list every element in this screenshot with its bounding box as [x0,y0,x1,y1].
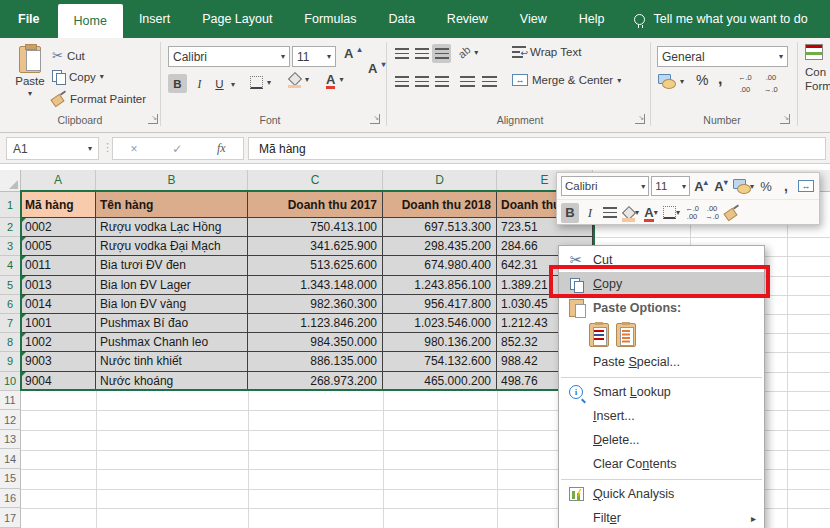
copy-button[interactable]: Copy ▾ [52,70,104,83]
row-header-14[interactable]: 14 [0,449,21,469]
cell[interactable]: 697.513.300 [383,218,497,237]
row-header-16[interactable]: 16 [0,489,21,509]
mini-align-button[interactable] [601,203,619,223]
menu-item-insert[interactable]: Insert... [559,404,764,428]
cell[interactable]: 982.360.300 [248,295,383,314]
enter-icon[interactable]: ✓ [172,142,182,156]
mini-merge-center-button[interactable]: ↔ [797,176,815,196]
column-header-D[interactable]: D [383,170,497,192]
cell[interactable]: 980.136.200 [383,333,497,352]
mini-font-color-button[interactable]: A▾ [642,203,660,223]
middle-align-button[interactable] [412,44,431,63]
row-header-13[interactable]: 13 [0,430,21,450]
paste-values-icon[interactable] [616,323,636,347]
mini-comma-button[interactable]: , [777,176,795,196]
number-format-combo[interactable]: General ▾ [657,46,788,67]
align-left-button[interactable] [392,72,411,91]
paste-button[interactable]: Paste ▾ [10,46,50,98]
menu-item-copy[interactable]: Copy [559,272,764,296]
underline-button[interactable]: U [210,74,229,93]
cell[interactable]: 9003 [21,352,96,371]
row-header-10[interactable]: 10 [0,372,21,391]
menu-item-filter[interactable]: Filter▸ [559,506,764,528]
row-header-4[interactable]: 4 [0,256,21,275]
row-header-1[interactable]: 1 [0,192,21,218]
row-header-17[interactable]: 17 [0,508,21,528]
fill-color-button[interactable]: ▾ [288,74,309,84]
tab-file[interactable]: File [0,0,58,38]
font-name-combo[interactable]: Calibri ▾ [168,46,290,67]
cell[interactable]: 513.625.600 [248,256,383,275]
cell[interactable]: Nước khoáng [96,372,248,391]
menu-item-clear-contents[interactable]: Clear Contents [559,452,764,476]
cell[interactable]: 465.000.200 [383,372,497,391]
cell[interactable]: 1.023.546.000 [383,314,497,333]
mini-decrease-decimal-button[interactable]: .00→.0 [703,203,721,223]
row-header-2[interactable]: 2 [0,218,21,237]
cell[interactable]: 1.243.856.100 [383,276,497,295]
paste-keep-formatting-icon[interactable] [589,323,609,347]
cell[interactable]: 984.350.000 [248,333,383,352]
row-header-11[interactable]: 11 [0,391,21,411]
name-box[interactable]: A1 ▾ [6,137,99,160]
underline-dropdown[interactable]: ▾ [231,80,235,89]
cell[interactable]: 750.413.100 [248,218,383,237]
mini-italic-button[interactable]: I [581,203,599,223]
header-cell[interactable]: Doanh thu 2017 [248,192,383,218]
cell[interactable]: Pushmax Bí đao [96,314,248,333]
cell[interactable]: Rượu vodka Lạc Hồng [96,218,248,237]
accounting-format-button[interactable]: ▾ [658,74,684,88]
mini-percent-button[interactable]: % [757,176,775,196]
tab-home[interactable]: Home [58,4,123,38]
cancel-icon[interactable]: × [130,142,137,156]
menu-item-paste-special[interactable]: Paste Special... [559,350,764,374]
increase-decimal-button[interactable]: ←.0.00 [738,74,752,94]
row-header-8[interactable]: 8 [0,333,21,352]
cell[interactable]: 268.973.200 [248,372,383,391]
cell[interactable]: Nước tinh khiết [96,352,248,371]
mini-bold-button[interactable]: B [561,203,579,223]
mini-accounting-button[interactable]: ▾ [732,176,755,196]
cell[interactable]: 298.435.200 [383,237,497,256]
cell[interactable]: 9004 [21,372,96,391]
menu-item-smart-lookup[interactable]: iSmart Lookup [559,380,764,404]
column-header-C[interactable]: C [248,170,383,192]
row-header-15[interactable]: 15 [0,469,21,489]
mini-font-name-combo[interactable]: Calibri▾ [561,176,649,196]
mini-increase-decimal-button[interactable]: ←.0.00 [683,203,701,223]
tab-formulas[interactable]: Formulas [288,0,372,38]
comma-style-button[interactable]: , [718,70,722,88]
cell[interactable]: 0013 [21,276,96,295]
mini-borders-button[interactable]: ▾ [662,203,681,223]
conditional-formatting-button[interactable] [805,44,823,60]
align-right-button[interactable] [432,72,451,91]
align-center-button[interactable] [412,72,431,91]
format-painter-button[interactable]: Format Painter [52,92,146,105]
mini-shrink-font-button[interactable]: A▾ [712,176,730,196]
cell[interactable]: Bia lon ĐV Lager [96,276,248,295]
bottom-align-button[interactable] [432,44,451,63]
bold-button[interactable]: B [168,74,187,93]
cell[interactable]: Rượu vodka Đại Mạch [96,237,248,256]
cell[interactable]: 0002 [21,218,96,237]
cell[interactable]: 341.625.900 [248,237,383,256]
font-size-combo[interactable]: 11 ▾ [292,46,336,67]
row-header-6[interactable]: 6 [0,295,21,314]
cell[interactable]: 674.980.400 [383,256,497,275]
clipboard-dialog-launcher[interactable]: ↘ [148,114,158,124]
column-header-B[interactable]: B [96,170,248,192]
cell[interactable]: Pushmax Chanh leo [96,333,248,352]
font-dialog-launcher[interactable]: ↘ [370,114,380,124]
mini-format-painter-button[interactable] [723,203,741,223]
insert-function-icon[interactable]: fx [217,141,226,156]
cut-button[interactable]: ✂ Cut [52,48,85,63]
mini-grow-font-button[interactable]: A▴ [692,176,710,196]
menu-item-quick-analysis[interactable]: Quick Analysis [559,482,764,506]
cell[interactable]: 0005 [21,237,96,256]
menu-item-cut[interactable]: ✂Cut [559,248,764,272]
top-align-button[interactable] [392,44,411,63]
percent-style-button[interactable]: % [696,72,708,88]
select-all-button[interactable] [0,170,21,192]
tab-data[interactable]: Data [372,0,430,38]
decrease-indent-button[interactable] [458,72,477,91]
